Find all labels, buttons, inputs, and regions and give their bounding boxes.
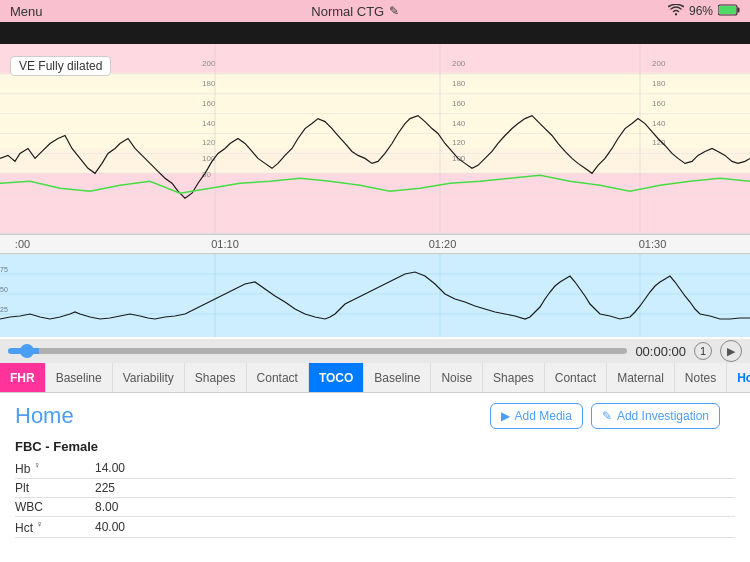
tab-baseline-toco[interactable]: Baseline: [364, 363, 431, 392]
investigation-icon: ✎: [602, 409, 612, 423]
tab-home[interactable]: Home: [727, 363, 750, 392]
svg-rect-5: [0, 74, 750, 173]
lab-name-wbc: WBC: [15, 500, 95, 514]
svg-point-0: [675, 13, 677, 15]
lab-val-wbc: 8.00: [95, 500, 118, 514]
lab-table: FBC - Female Hb ♀ 14.00 Plt 225 WBC 8.00…: [15, 439, 735, 538]
time-counter: 00:00:00: [635, 344, 686, 359]
fhr-chart-svg: 200 180 160 140 120 100 80 200 180 160 1…: [0, 44, 750, 233]
tab-shapes-toco[interactable]: Shapes: [483, 363, 545, 392]
app-title: Normal CTG ✎: [311, 4, 399, 19]
annotation-label: VE Fully dilated: [10, 56, 111, 76]
svg-text:180: 180: [652, 79, 666, 88]
time-label-0: :00: [15, 238, 30, 250]
tab-contact-toco[interactable]: Contact: [545, 363, 607, 392]
svg-rect-4: [0, 44, 750, 74]
toco-tabs: TOCO Baseline Noise Shapes Contact: [309, 363, 607, 392]
lab-title: FBC - Female: [15, 439, 735, 454]
speed-badge[interactable]: 1: [694, 342, 712, 360]
edit-icon[interactable]: ✎: [389, 4, 399, 18]
status-right: 96%: [668, 4, 740, 19]
timeline-row: :00 01:10 01:20 01:30: [0, 234, 750, 254]
action-buttons: ▶ Add Media ✎ Add Investigation: [490, 403, 720, 429]
header-bar: [0, 22, 750, 44]
home-row: Home ▶ Add Media ✎ Add Investigation: [15, 403, 735, 439]
progress-slider[interactable]: [8, 348, 627, 354]
svg-text:25: 25: [0, 306, 8, 313]
svg-text:140: 140: [452, 119, 466, 128]
slider-thumb[interactable]: [20, 344, 34, 358]
lab-row-plt: Plt 225: [15, 479, 735, 498]
svg-text:50: 50: [0, 286, 8, 293]
lab-row-wbc: WBC 8.00: [15, 498, 735, 517]
home-content: Home ▶ Add Media ✎ Add Investigation FBC…: [0, 393, 750, 548]
tab-fhr[interactable]: FHR: [0, 363, 46, 392]
svg-text:140: 140: [652, 119, 666, 128]
tab-maternal[interactable]: Maternal: [607, 363, 675, 392]
tab-noise[interactable]: Noise: [431, 363, 483, 392]
lab-row-hb: Hb ♀ 14.00: [15, 458, 735, 479]
svg-text:120: 120: [452, 138, 466, 147]
lab-val-hct: 40.00: [95, 520, 125, 534]
right-tabs: Maternal Notes Home: [607, 363, 750, 392]
lab-val-hb: 14.00: [95, 461, 125, 475]
svg-text:200: 200: [202, 59, 216, 68]
toco-chart-svg: 75 50 25: [0, 254, 750, 337]
wifi-icon: [668, 4, 684, 19]
fhr-tabs: FHR Baseline Variability Shapes Contact: [0, 363, 309, 392]
media-icon: ▶: [501, 409, 510, 423]
svg-text:140: 140: [202, 119, 216, 128]
svg-text:180: 180: [452, 79, 466, 88]
svg-rect-3: [719, 6, 736, 14]
battery-display: 96%: [689, 4, 713, 18]
time-label-2: 01:20: [429, 238, 457, 250]
svg-text:75: 75: [0, 266, 8, 273]
tab-shapes-fhr[interactable]: Shapes: [185, 363, 247, 392]
tab-toco[interactable]: TOCO: [309, 363, 364, 392]
svg-text:120: 120: [202, 138, 216, 147]
add-media-button[interactable]: ▶ Add Media: [490, 403, 583, 429]
lab-name-hct: Hct ♀: [15, 519, 95, 535]
menu-button[interactable]: Menu: [10, 4, 43, 19]
svg-text:160: 160: [652, 99, 666, 108]
tab-baseline-fhr[interactable]: Baseline: [46, 363, 113, 392]
svg-rect-6: [0, 173, 750, 233]
play-button[interactable]: ▶: [720, 340, 742, 362]
svg-text:200: 200: [452, 59, 466, 68]
svg-text:160: 160: [452, 99, 466, 108]
svg-text:200: 200: [652, 59, 666, 68]
lab-val-plt: 225: [95, 481, 115, 495]
battery-icon: [718, 4, 740, 19]
toco-chart: 75 50 25: [0, 254, 750, 337]
lab-name-hb: Hb ♀: [15, 460, 95, 476]
lab-row-hct: Hct ♀ 40.00: [15, 517, 735, 538]
time-label-3: 01:30: [639, 238, 667, 250]
tab-variability[interactable]: Variability: [113, 363, 185, 392]
svg-rect-37: [0, 254, 750, 337]
svg-text:180: 180: [202, 79, 216, 88]
svg-rect-2: [737, 7, 739, 12]
time-label-1: 01:10: [211, 238, 239, 250]
tab-notes[interactable]: Notes: [675, 363, 727, 392]
home-title: Home: [15, 403, 74, 429]
slider-row[interactable]: 00:00:00 1 ▶: [0, 339, 750, 363]
add-investigation-button[interactable]: ✎ Add Investigation: [591, 403, 720, 429]
lab-name-plt: Plt: [15, 481, 95, 495]
tab-contact-fhr[interactable]: Contact: [247, 363, 309, 392]
fhr-chart: VE Fully dilated 200 180 160 140 120 100…: [0, 44, 750, 234]
svg-text:160: 160: [202, 99, 216, 108]
status-bar: Menu Normal CTG ✎ 96%: [0, 0, 750, 22]
tab-bar: FHR Baseline Variability Shapes Contact …: [0, 363, 750, 393]
chart-container: VE Fully dilated 200 180 160 140 120 100…: [0, 44, 750, 339]
